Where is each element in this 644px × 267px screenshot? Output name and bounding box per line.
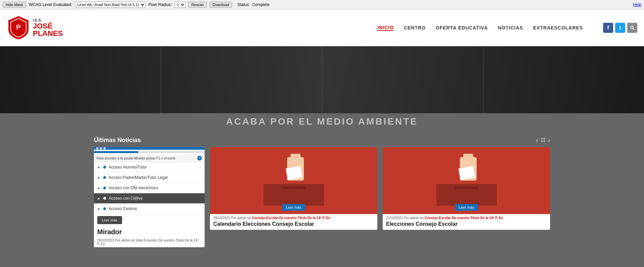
news-card-2: Leer más 21/10/2021 Por admin en Consejo…	[383, 147, 550, 230]
dot-2	[100, 147, 102, 150]
news-card-image-1: Leer más	[210, 147, 377, 214]
news-author-1: Consejo Escolar De nuestro Titulo De la …	[252, 216, 330, 220]
svg-rect-14	[455, 187, 478, 189]
mirador-menu-item-4[interactable]: ► Acceso Centros	[94, 204, 205, 214]
news-title-1: Calendario Elecciones Consejo Escolar	[213, 221, 374, 227]
download-button[interactable]: Download	[210, 2, 232, 8]
hero-secretaria[interactable]	[322, 46, 483, 113]
logo-image: P	[7, 14, 30, 41]
logo-surname: PLANES	[33, 30, 63, 37]
menu-arrow-3: ►	[97, 197, 101, 200]
news-card-1: Leer más 28/10/2021 Por admin en Consejo…	[210, 147, 377, 230]
news-grid: Para acceder a la ayuda Mirador pulsar F…	[94, 147, 550, 247]
menu-arrow-0: ►	[97, 165, 101, 169]
menu-label-2: Acceso con DNI electrónico	[109, 186, 158, 190]
wcag-label: WCAG Level Evaluated:	[29, 2, 72, 7]
news-card-body-2: 21/10/2021 Por admin en Consejo Escolar …	[383, 214, 550, 230]
noticias-next-arrow[interactable]: ›	[548, 137, 550, 144]
help-link[interactable]: Help	[633, 2, 641, 7]
dot-1	[96, 147, 99, 150]
svg-rect-8	[282, 187, 306, 189]
menu-bullet-4	[103, 207, 106, 210]
menu-label-4: Acceso Centros	[109, 206, 137, 211]
news-by-1: Por admin en	[231, 216, 252, 220]
svg-point-1	[631, 26, 633, 29]
menu-bullet-2	[103, 187, 106, 189]
noticias-grid-icon[interactable]: ☷	[541, 137, 545, 143]
menu-bullet-3	[103, 197, 106, 200]
mirador-date: 28/10/2021 Por admin en Vida A nuestro D…	[94, 239, 205, 247]
hero-bottom-text: ACABA POR EL MEDIO AMBIENTE	[226, 116, 418, 127]
noticias-header: Últimas Noticias ‹ ☷ ›	[94, 137, 550, 144]
menu-arrow-4: ►	[97, 207, 101, 211]
news-by-2: Por admin en	[404, 216, 425, 220]
noticias-title: Últimas Noticias	[94, 137, 141, 144]
progress-fill	[94, 151, 138, 153]
nav-oferta-educativa[interactable]: OFERTA EDUCATIVA	[436, 25, 488, 30]
website: P I.E.S. JOSÉ PLANES INICIO CENTRO OFERT…	[0, 9, 644, 267]
news-meta-1: 28/10/2021 Por admin en Consejo Escolar …	[213, 216, 374, 220]
svg-text:P: P	[16, 23, 20, 31]
logo-area: P I.E.S. JOSÉ PLANES	[7, 14, 63, 41]
menu-bullet-1	[103, 176, 106, 179]
mirador-label: Mirador	[94, 226, 205, 239]
pixel-radius-select[interactable]: 1	[174, 2, 185, 8]
mirador-help-text: Para acceder a la ayuda Mirador pulsar F…	[97, 156, 175, 160]
rescan-button[interactable]: Rescan	[188, 2, 207, 8]
status-value: Complete	[252, 2, 269, 7]
logo-name: JOSÉ	[33, 22, 63, 30]
news-meta-2: 21/10/2021 Por admin en Consejo Escolar …	[386, 216, 547, 220]
hero-dia-a-dia[interactable]	[0, 46, 161, 113]
toolbar: Hide Mask WCAG Level Evaluated: Level AA…	[0, 0, 644, 9]
svg-line-2	[633, 28, 634, 30]
menu-label-0: Acceso Alumno/Tutor	[109, 165, 147, 170]
news-card-body-1: 28/10/2021 Por admin en Consejo Escolar …	[210, 214, 377, 230]
mirador-dots	[96, 147, 106, 150]
search-icon[interactable]	[627, 23, 637, 33]
noticias-prev-arrow[interactable]: ‹	[536, 137, 538, 144]
mirador-help-icon[interactable]: ?	[197, 156, 202, 160]
hero-banner	[0, 46, 644, 113]
vote-illustration-1	[244, 150, 344, 211]
hide-mask-button[interactable]: Hide Mask	[3, 2, 26, 8]
mirador-menu-item-0[interactable]: ► Acceso Alumno/Tutor	[94, 162, 205, 173]
main-content: Últimas Noticias ‹ ☷ ›	[0, 130, 644, 267]
mirador-progress-bar	[94, 151, 205, 153]
status-label: Status: Complete	[237, 2, 270, 7]
mirador-menu-item-1[interactable]: ► Acceso Padre/Madre/Tutor Legal	[94, 173, 205, 183]
menu-bullet-0	[103, 166, 106, 169]
mirador-bar	[94, 147, 205, 150]
noticias-nav: ‹ ☷ ›	[536, 137, 550, 144]
mirador-menu-item-2[interactable]: ► Acceso con DNI electrónico	[94, 183, 205, 193]
nav-extraescolares[interactable]: EXTRAESCOLARES	[533, 25, 583, 30]
nav-inicio[interactable]: INICIO	[377, 25, 394, 31]
menu-arrow-1: ►	[97, 176, 101, 180]
news-title-2: Elecciones Consejo Escolar	[386, 221, 547, 227]
card-leer-mas-1[interactable]: Leer más	[282, 204, 306, 211]
site-header: P I.E.S. JOSÉ PLANES INICIO CENTRO OFERT…	[0, 9, 644, 46]
hero-semanas-culturales[interactable]	[161, 46, 322, 113]
vote-illustration-2	[416, 150, 517, 211]
news-author-2: Consejo Escolar De nuestro Titulo De la …	[425, 216, 503, 220]
menu-label-1: Acceso Padre/Madre/Tutor Legal	[109, 175, 168, 180]
nav-centro[interactable]: CENTRO	[404, 25, 426, 30]
logo-shield-icon: P	[7, 14, 30, 41]
logo-text: I.E.S. JOSÉ PLANES	[33, 18, 63, 37]
nav-noticias[interactable]: NOTICIAS	[498, 25, 523, 30]
menu-label-3: Acceso con Cl@ve	[109, 196, 143, 201]
twitter-icon[interactable]: t	[615, 23, 625, 33]
wcag-select[interactable]: Level AA, Small Non-Bold Text (4.5.1)	[75, 2, 146, 8]
social-icons: f t	[603, 23, 637, 33]
facebook-icon[interactable]: f	[603, 23, 613, 33]
card-leer-mas-2[interactable]: Leer más	[455, 204, 478, 211]
dot-3	[103, 147, 106, 150]
menu-arrow-2: ►	[97, 186, 101, 190]
mirador-help-bar: Para acceder a la ayuda Mirador pulsar F…	[94, 154, 205, 162]
mirador-leer-mas-button[interactable]: Leer más	[97, 216, 122, 224]
news-date-2: 21/10/2021	[386, 216, 403, 220]
main-nav: INICIO CENTRO OFERTA EDUCATIVA NOTICIAS …	[377, 25, 583, 31]
hero-bottom-bar: ACABA POR EL MEDIO AMBIENTE	[0, 113, 644, 130]
mirador-menu-item-3[interactable]: ► Acceso con Cl@ve	[94, 193, 205, 204]
pixel-radius-label: Pixel Radius:	[148, 2, 172, 7]
hero-nuestro-centro[interactable]	[483, 46, 644, 113]
